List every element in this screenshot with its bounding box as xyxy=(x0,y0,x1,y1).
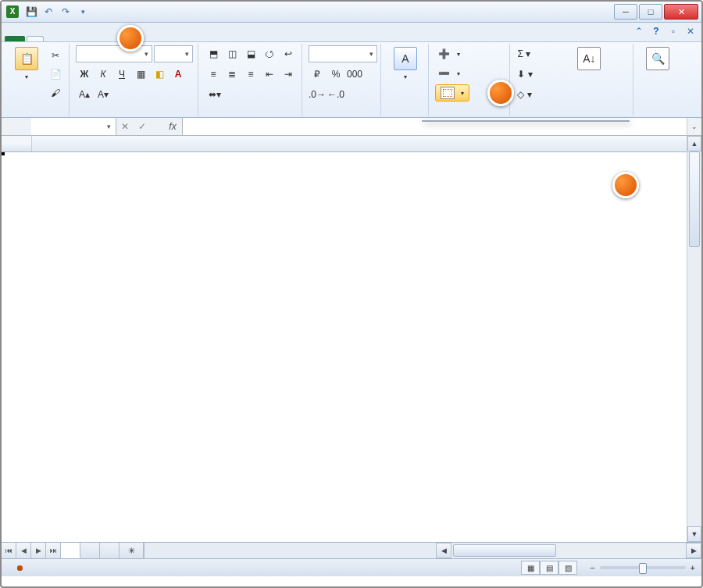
vertical-scrollbar[interactable]: ▲ ▼ xyxy=(687,136,701,542)
expand-formula-icon[interactable]: ⌄ xyxy=(687,118,701,135)
styles-button[interactable]: A ▾ xyxy=(387,45,423,82)
macro-record-icon[interactable]: ⏺ xyxy=(16,563,24,572)
window-restore-icon[interactable]: ▫ xyxy=(667,25,680,37)
close-button[interactable]: ✕ xyxy=(664,4,698,20)
decrease-font-icon[interactable]: A▾ xyxy=(95,86,112,103)
tab-developer[interactable] xyxy=(147,36,164,41)
zoom-slider[interactable] xyxy=(600,566,686,569)
align-top-icon[interactable]: ⬒ xyxy=(205,45,222,62)
zoom-in-icon[interactable]: + xyxy=(691,563,695,572)
paste-button[interactable]: 📋 ▾ xyxy=(9,45,44,82)
currency-icon[interactable]: ₽ xyxy=(309,66,326,83)
align-bottom-icon[interactable]: ⬓ xyxy=(242,45,259,62)
number-format-combo[interactable]: ▾ xyxy=(309,45,377,62)
percent-icon[interactable]: % xyxy=(327,66,344,83)
increase-decimal-icon[interactable]: .0→ xyxy=(309,86,326,103)
increase-indent-icon[interactable]: ⇥ xyxy=(280,66,297,83)
cut-icon[interactable]: ✂ xyxy=(47,47,64,64)
scroll-down-icon[interactable]: ▼ xyxy=(687,526,701,542)
tab-addins[interactable] xyxy=(164,36,181,41)
group-label xyxy=(309,112,376,114)
scroll-left-icon[interactable]: ◀ xyxy=(436,543,451,558)
group-styles: A ▾ xyxy=(383,44,429,116)
name-box[interactable]: ▾ xyxy=(31,118,116,135)
sort-icon: A↓ xyxy=(577,47,601,70)
group-label xyxy=(435,112,505,114)
tab-nav-prev-icon[interactable]: ◀ xyxy=(16,543,31,558)
delete-cells-button[interactable]: ➖▾ xyxy=(435,65,460,82)
copy-icon[interactable]: 📄 xyxy=(47,66,64,83)
sheet-tab-1[interactable] xyxy=(61,543,80,558)
tab-abbyy[interactable] xyxy=(198,36,216,41)
increase-font-icon[interactable]: A▴ xyxy=(76,86,93,103)
fill-color-icon[interactable]: ◧ xyxy=(151,66,168,83)
sheet-tab-3[interactable] xyxy=(100,543,120,558)
orientation-icon[interactable]: ⭯ xyxy=(261,45,278,62)
maximize-button[interactable]: □ xyxy=(639,4,662,20)
tab-insert[interactable] xyxy=(44,36,61,41)
column-headers[interactable] xyxy=(2,136,701,152)
italic-icon[interactable]: К xyxy=(95,66,112,83)
underline-icon[interactable]: Ч xyxy=(113,66,130,83)
zoom-out-icon[interactable]: − xyxy=(590,563,594,572)
decrease-decimal-icon[interactable]: ←.0 xyxy=(327,86,344,103)
fill-icon[interactable]: ⬇ ▾ xyxy=(516,66,533,83)
clear-icon[interactable]: ◇ ▾ xyxy=(516,86,532,103)
redo-icon[interactable]: ↷ xyxy=(59,5,72,18)
insert-cells-button[interactable]: ➕▾ xyxy=(435,45,460,62)
worksheet[interactable]: ▲ ▼ xyxy=(2,136,701,542)
minimize-button[interactable]: ─ xyxy=(614,4,637,20)
status-bar: ⏺ ▦ ▤ ▧ − + xyxy=(2,558,701,576)
scroll-right-icon[interactable]: ▶ xyxy=(686,543,701,558)
align-right-icon[interactable]: ≡ xyxy=(242,66,259,83)
tab-nav-next-icon[interactable]: ▶ xyxy=(31,543,46,558)
scroll-thumb[interactable] xyxy=(689,151,700,247)
decrease-indent-icon[interactable]: ⇤ xyxy=(261,66,278,83)
hscroll-thumb[interactable] xyxy=(453,544,556,557)
horizontal-scrollbar[interactable]: ◀ ▶ xyxy=(436,543,701,558)
view-normal-icon[interactable]: ▦ xyxy=(521,561,540,575)
format-painter-icon[interactable]: 🖌 xyxy=(47,84,64,102)
find-select-button[interactable]: 🔍 xyxy=(640,45,676,73)
qat-dropdown-icon[interactable]: ▾ xyxy=(77,5,89,18)
zoom-control[interactable]: − + xyxy=(585,563,695,572)
help-icon[interactable]: ? xyxy=(650,25,662,37)
tab-file[interactable] xyxy=(5,36,25,41)
view-layout-icon[interactable]: ▤ xyxy=(540,561,558,575)
align-middle-icon[interactable]: ◫ xyxy=(223,45,241,62)
delete-cells-icon: ➖ xyxy=(435,65,452,82)
view-pagebreak-icon[interactable]: ▧ xyxy=(558,561,577,575)
tab-layout[interactable] xyxy=(61,36,78,41)
sheet-tab-2[interactable] xyxy=(80,543,100,558)
tab-nav-last-icon[interactable]: ⏭ xyxy=(46,543,61,558)
fx-icon[interactable]: fx xyxy=(163,118,183,135)
merge-icon[interactable]: ⬌▾ xyxy=(205,86,225,103)
select-all-corner[interactable] xyxy=(2,136,32,151)
align-center-icon[interactable]: ≣ xyxy=(223,66,241,83)
workbook-close-icon[interactable]: ✕ xyxy=(684,25,697,37)
cancel-formula-icon[interactable]: ✕ xyxy=(116,118,134,135)
sort-filter-button[interactable]: A↓ xyxy=(571,45,607,73)
bold-icon[interactable]: Ж xyxy=(76,66,93,83)
align-left-icon[interactable]: ≡ xyxy=(205,66,222,83)
format-button[interactable]: ▾ xyxy=(435,84,469,102)
autosum-icon[interactable]: Σ ▾ xyxy=(516,45,531,62)
comma-icon[interactable]: 000 xyxy=(346,66,363,83)
tab-home[interactable] xyxy=(27,36,44,41)
border-icon[interactable]: ▦ xyxy=(132,66,149,83)
scroll-up-icon[interactable]: ▲ xyxy=(687,136,701,151)
wrap-text-icon[interactable]: ↩ xyxy=(280,45,297,62)
minimize-ribbon-icon[interactable]: ⌃ xyxy=(633,25,645,37)
save-icon[interactable]: 💾 xyxy=(25,5,37,18)
font-size-combo[interactable]: ▾ xyxy=(154,45,193,62)
tab-formulas[interactable] xyxy=(78,36,95,41)
font-color-icon[interactable]: A xyxy=(170,66,187,83)
tab-nav-first-icon[interactable]: ⏮ xyxy=(2,543,16,558)
tab-data[interactable] xyxy=(95,36,112,41)
tab-foxit[interactable] xyxy=(181,36,198,41)
undo-icon[interactable]: ↶ xyxy=(42,5,55,18)
new-sheet-button[interactable]: ✳ xyxy=(120,543,144,558)
font-name-combo[interactable]: ▾ xyxy=(76,45,152,62)
enter-formula-icon[interactable]: ✓ xyxy=(134,118,151,135)
group-find: 🔍 xyxy=(635,44,698,116)
